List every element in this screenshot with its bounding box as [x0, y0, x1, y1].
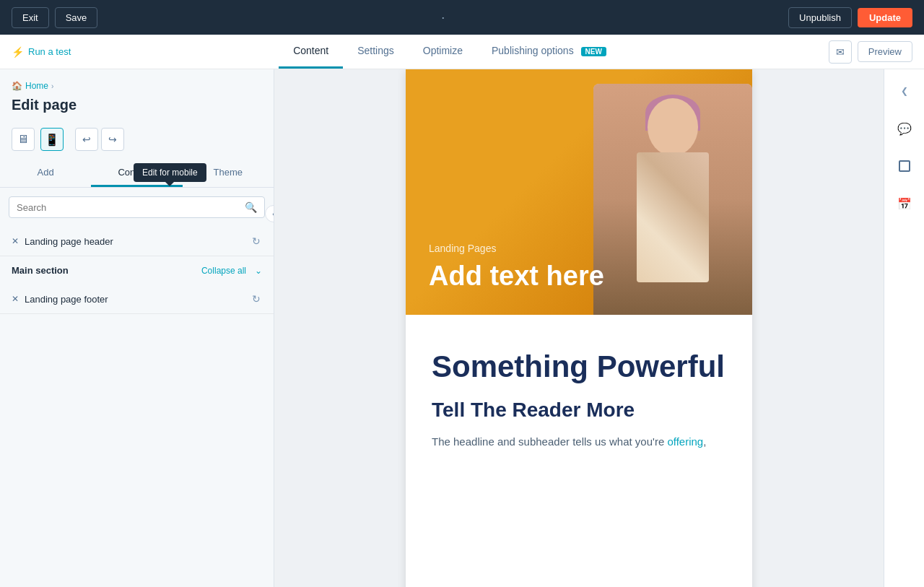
breadcrumb[interactable]: 🏠 Home ›: [12, 81, 262, 91]
hero-person-image: [593, 84, 752, 315]
body-end: ,: [703, 435, 706, 448]
search-container: 🔍: [0, 188, 274, 227]
tab-settings[interactable]: Settings: [343, 35, 409, 69]
hero-person-inner: [593, 84, 752, 315]
tab-publishing[interactable]: Publishing options NEW: [477, 35, 621, 69]
left-sidebar: Edit for mobile 🏠 Home › Edit page 🖥 📱 ↩…: [0, 69, 274, 587]
content-body: The headline and subheader tells us what…: [432, 433, 726, 451]
hero-title: Add text here: [429, 261, 604, 292]
nav-tabs: Content Settings Optimize Publishing opt…: [71, 35, 828, 69]
tab-content[interactable]: Content: [279, 35, 343, 69]
list-item-landing-header[interactable]: ✕ Landing page header ↻: [0, 227, 274, 256]
exit-button[interactable]: Exit: [12, 7, 49, 28]
sidebar-item-left: ✕ Landing page header: [12, 236, 113, 247]
page-title: Edit page: [12, 97, 262, 113]
right-collapse-button[interactable]: ❮: [892, 78, 918, 104]
mobile-view-button[interactable]: 📱: [40, 128, 64, 151]
desktop-view-button[interactable]: 🖥: [12, 128, 35, 151]
main-section-label: Main section: [12, 265, 69, 276]
top-nav: Exit Save · Unpublish Update: [0, 0, 924, 35]
chat-icon: 💬: [897, 122, 912, 136]
tab-theme[interactable]: Theme: [183, 160, 274, 187]
sidebar-item-footer-left: ✕ Landing page footer: [12, 294, 108, 305]
breadcrumb-label: Home: [25, 81, 48, 91]
preview-button[interactable]: Preview: [858, 41, 912, 62]
top-nav-right: Unpublish Update: [788, 7, 912, 28]
tab-add[interactable]: Add: [0, 160, 91, 187]
sidebar-header: 🏠 Home › Edit page: [0, 69, 274, 128]
right-sidebar: ❮ 💬 📅: [884, 69, 924, 587]
refresh-icon[interactable]: ↻: [250, 234, 262, 248]
tab-contents[interactable]: Contents: [91, 160, 182, 187]
chevron-down-icon: ⌄: [255, 266, 262, 276]
layout-icon: [899, 160, 910, 172]
canvas-content: Something Powerful Tell The Reader More …: [406, 315, 752, 474]
nav-dot: ·: [441, 10, 445, 25]
sidebar-footer-actions: ↻: [250, 292, 262, 306]
hero-text-content: Landing Pages Add text here: [429, 243, 604, 292]
unpublish-button[interactable]: Unpublish: [788, 7, 852, 28]
hero-label: Landing Pages: [429, 243, 604, 254]
run-test-icon: ⚡: [12, 46, 24, 58]
person-body: [637, 152, 709, 282]
run-test-label: Run a test: [28, 46, 71, 57]
search-input-wrap: 🔍: [9, 196, 265, 218]
home-icon: 🏠: [12, 81, 22, 91]
person-head: [648, 98, 698, 156]
save-button[interactable]: Save: [55, 7, 98, 28]
search-icon: 🔍: [245, 201, 257, 213]
publishing-badge: NEW: [581, 47, 606, 56]
collapse-all-link[interactable]: Collapse all: [201, 266, 246, 276]
close-footer-icon: ✕: [12, 294, 19, 304]
chat-icon-button[interactable]: 💬: [892, 116, 918, 142]
sidebar-item-actions: ↻: [250, 234, 262, 248]
undo-button[interactable]: ↩: [75, 128, 98, 151]
top-nav-left: Exit Save: [12, 7, 97, 28]
view-mode-buttons: 🖥 📱 ↩ ↪: [0, 128, 274, 160]
canvas-hero: Landing Pages Add text here: [406, 69, 752, 315]
calendar-icon-button[interactable]: 📅: [892, 191, 918, 217]
main-section-row: Main section Collapse all ⌄: [0, 256, 274, 284]
top-nav-center: ·: [97, 10, 788, 25]
content-heading: Something Powerful: [432, 349, 726, 384]
second-nav: ⚡ Run a test Content Settings Optimize P…: [0, 35, 924, 69]
breadcrumb-arrow-icon: ›: [51, 82, 53, 90]
canvas-area: Landing Pages Add text here Something Po…: [274, 69, 884, 587]
canvas-frame: Landing Pages Add text here Something Po…: [406, 69, 752, 587]
update-button[interactable]: Update: [858, 8, 912, 27]
calendar-icon: 📅: [897, 197, 912, 211]
undo-redo-group: ↩ ↪: [75, 128, 124, 151]
body-highlight: offering: [667, 435, 703, 448]
sidebar-item-label: Landing page header: [25, 236, 113, 247]
layout-icon-button[interactable]: [892, 153, 918, 179]
tab-optimize[interactable]: Optimize: [409, 35, 477, 69]
body-text: The headline and subheader tells us what…: [432, 435, 667, 448]
close-icon: ✕: [12, 236, 19, 246]
search-input[interactable]: [17, 202, 245, 213]
main-layout: Edit for mobile 🏠 Home › Edit page 🖥 📱 ↩…: [0, 69, 924, 587]
run-test-link[interactable]: ⚡ Run a test: [12, 46, 71, 58]
main-section-controls: Collapse all ⌄: [201, 266, 262, 276]
list-item-landing-footer[interactable]: ✕ Landing page footer ↻: [0, 284, 274, 314]
content-subheading: Tell The Reader More: [432, 399, 726, 422]
nav-right-actions: ✉ Preview: [829, 40, 924, 64]
sidebar-footer-label: Landing page footer: [25, 294, 108, 305]
message-icon-button[interactable]: ✉: [829, 40, 852, 64]
sidebar-tabs: Add Contents Theme: [0, 160, 274, 188]
redo-button[interactable]: ↪: [101, 128, 124, 151]
footer-refresh-icon[interactable]: ↻: [250, 292, 262, 306]
